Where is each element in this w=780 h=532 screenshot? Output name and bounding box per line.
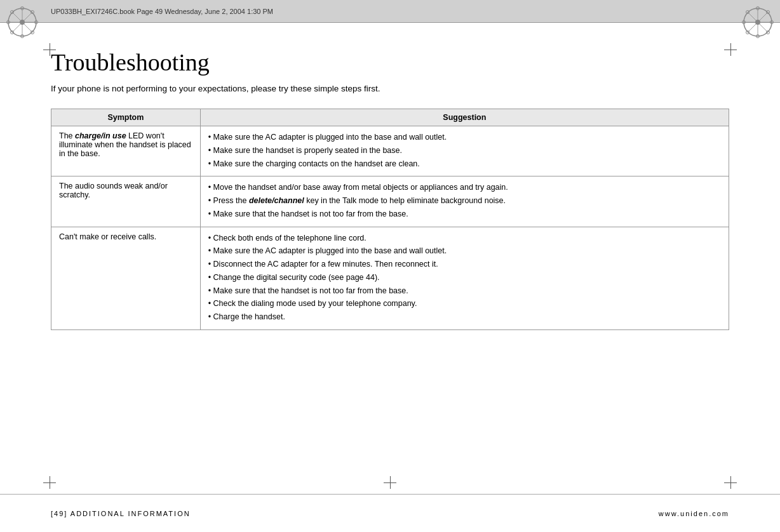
main-content: Troubleshooting If your phone is not per… xyxy=(51,23,729,494)
delete-channel-bold: delete/channel xyxy=(249,196,304,205)
list-item: Make sure the AC adapter is plugged into… xyxy=(208,131,721,143)
list-item: Change the digital security code (see pa… xyxy=(208,272,721,284)
list-item: Check both ends of the telephone line co… xyxy=(208,232,721,244)
list-item: Make sure the charging contacts on the h… xyxy=(208,158,721,170)
col-header-symptom: Symptom xyxy=(51,109,201,126)
list-item: Press the delete/channel key in the Talk… xyxy=(208,195,721,207)
corner-decoration-tl xyxy=(3,3,41,41)
suggestion-cell-2: Move the handset and/or base away from m… xyxy=(200,176,729,227)
symptom-text-prefix-1: The xyxy=(59,131,75,140)
suggestion-cell-3: Check both ends of the telephone line co… xyxy=(200,227,729,329)
symptom-text-2: The audio sounds weak and/or scratchy. xyxy=(59,182,168,199)
list-item: Make sure the handset is properly seated… xyxy=(208,145,721,157)
table-row: Can't make or receive calls. Check both … xyxy=(51,227,729,329)
page-subtitle: If your phone is not performing to your … xyxy=(51,84,729,93)
symptom-cell-3: Can't make or receive calls. xyxy=(51,227,201,329)
table-row: The audio sounds weak and/or scratchy. M… xyxy=(51,176,729,227)
page-footer: [49] ADDITIONAL INFORMATION www.uniden.c… xyxy=(0,494,780,532)
suggestion-list-2: Move the handset and/or base away from m… xyxy=(208,182,721,220)
suggestion-cell-1: Make sure the AC adapter is plugged into… xyxy=(200,126,729,176)
page-title: Troubleshooting xyxy=(51,48,729,76)
header-bar: UP033BH_EXI7246C.book Page 49 Wednesday,… xyxy=(0,0,780,23)
list-item: Charge the handset. xyxy=(208,311,721,323)
page-container: UP033BH_EXI7246C.book Page 49 Wednesday,… xyxy=(0,0,780,532)
symptom-text-3: Can't make or receive calls. xyxy=(59,232,156,241)
suggestion-list-3: Check both ends of the telephone line co… xyxy=(208,232,721,323)
list-item: Disconnect the AC adapter for a few minu… xyxy=(208,258,721,270)
symptom-cell-2: The audio sounds weak and/or scratchy. xyxy=(51,176,201,227)
table-header-row: Symptom Suggestion xyxy=(51,109,729,126)
header-text: UP033BH_EXI7246C.book Page 49 Wednesday,… xyxy=(51,8,273,15)
list-item: Check the dialing mode used by your tele… xyxy=(208,298,721,310)
table-row: The charge/in use LED won't illuminate w… xyxy=(51,126,729,176)
symptom-bold-1: charge/in use xyxy=(75,131,126,140)
list-item: Make sure that the handset is not too fa… xyxy=(208,285,721,297)
corner-decoration-tr xyxy=(739,3,777,41)
footer-right: www.uniden.com xyxy=(659,510,729,517)
troubleshooting-table: Symptom Suggestion The charge/in use LED… xyxy=(51,109,729,330)
list-item: Make sure the AC adapter is plugged into… xyxy=(208,245,721,257)
symptom-cell-1: The charge/in use LED won't illuminate w… xyxy=(51,126,201,176)
list-item: Make sure that the handset is not too fa… xyxy=(208,208,721,220)
list-item: Move the handset and/or base away from m… xyxy=(208,182,721,194)
suggestion-list-1: Make sure the AC adapter is plugged into… xyxy=(208,131,721,170)
col-header-suggestion: Suggestion xyxy=(200,109,729,126)
footer-left: [49] ADDITIONAL INFORMATION xyxy=(51,510,191,517)
